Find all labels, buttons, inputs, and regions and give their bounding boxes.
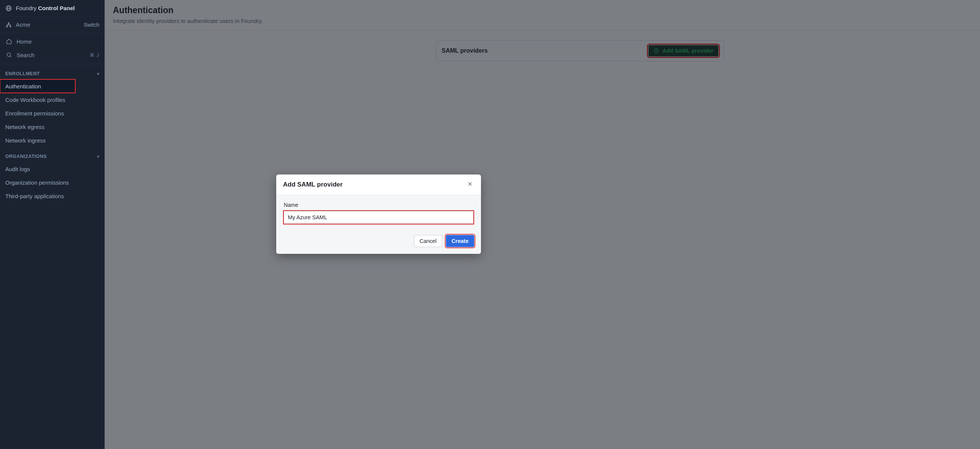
- sidebar-item-enrollment-permissions[interactable]: Enrollment permissions: [0, 106, 105, 120]
- sidebar-item-label: Code Workbook profiles: [5, 97, 65, 103]
- sidebar-item-third-party-applications[interactable]: Third-party applications: [0, 189, 105, 203]
- sidebar-item-label: Authentication: [5, 83, 41, 89]
- section-title-enrollment: ENROLLMENT: [5, 71, 40, 76]
- brand-text: Foundry Control Panel: [16, 5, 75, 11]
- sidebar-item-label: Network egress: [5, 124, 45, 130]
- sidebar-item-organization-permissions[interactable]: Organization permissions: [0, 176, 105, 189]
- sidebar-item-network-egress[interactable]: Network egress: [0, 120, 105, 133]
- globe-icon: [5, 5, 12, 12]
- org-icon: [5, 21, 12, 28]
- app-root: Foundry Control Panel Acme Switch: [0, 0, 980, 449]
- sidebar-item-network-ingress[interactable]: Network ingress: [0, 133, 105, 147]
- close-icon[interactable]: [466, 180, 474, 190]
- org-row: Acme Switch: [0, 17, 105, 33]
- svg-point-3: [6, 26, 8, 27]
- nav-search-label: Search: [17, 52, 35, 58]
- create-button-highlight: Create: [446, 235, 474, 247]
- org-name: Acme: [16, 21, 30, 28]
- sidebar-item-authentication[interactable]: Authentication: [0, 79, 75, 93]
- nav-search[interactable]: Search ⌘ J: [0, 48, 105, 62]
- sidebar-item-audit-logs[interactable]: Audit logs: [0, 162, 105, 176]
- sidebar-item-code-workbook-profiles[interactable]: Code Workbook profiles: [0, 93, 105, 106]
- svg-point-6: [7, 53, 11, 56]
- dialog-footer: Cancel Create: [276, 233, 481, 254]
- primary-nav: Home Search ⌘ J: [0, 33, 105, 64]
- modal-overlay[interactable]: [105, 0, 980, 449]
- sidebar-item-label: Third-party applications: [5, 193, 64, 199]
- sidebar-item-label: Organization permissions: [5, 179, 69, 186]
- chevron-down-icon: ▾: [97, 71, 100, 76]
- svg-point-5: [8, 22, 10, 24]
- section-title-organizations: ORGANIZATIONS: [5, 154, 47, 159]
- brand-row: Foundry Control Panel: [0, 0, 105, 17]
- main: Authentication Integrate identity provid…: [105, 0, 980, 449]
- dialog-body: Name: [276, 195, 481, 233]
- dialog-header: Add SAML provider: [276, 175, 481, 195]
- cancel-button[interactable]: Cancel: [414, 235, 442, 247]
- search-icon: [5, 52, 13, 58]
- add-saml-provider-dialog: Add SAML provider Name Cancel: [276, 175, 481, 254]
- nav-home-label: Home: [17, 38, 32, 45]
- svg-point-4: [10, 26, 11, 27]
- name-input[interactable]: [284, 211, 473, 224]
- search-shortcut: ⌘ J: [89, 52, 99, 58]
- section-header-enrollment[interactable]: ENROLLMENT ▾: [0, 64, 105, 79]
- dialog-title: Add SAML provider: [283, 181, 342, 189]
- create-button[interactable]: Create: [446, 235, 474, 247]
- name-field-label: Name: [284, 202, 473, 208]
- sidebar-item-label: Enrollment permissions: [5, 110, 64, 117]
- home-icon: [5, 38, 13, 44]
- brand-bold: Control Panel: [38, 5, 75, 11]
- name-input-highlight: [284, 211, 473, 224]
- nav-home[interactable]: Home: [0, 35, 105, 48]
- brand-prefix: Foundry: [16, 5, 38, 11]
- svg-line-7: [10, 56, 11, 57]
- sidebar-item-label: Network ingress: [5, 137, 46, 144]
- chevron-down-icon: ▾: [97, 154, 100, 159]
- sidebar-item-label: Audit logs: [5, 166, 30, 172]
- section-header-organizations[interactable]: ORGANIZATIONS ▾: [0, 147, 105, 162]
- sidebar: Foundry Control Panel Acme Switch: [0, 0, 105, 449]
- switch-org-link[interactable]: Switch: [84, 22, 99, 28]
